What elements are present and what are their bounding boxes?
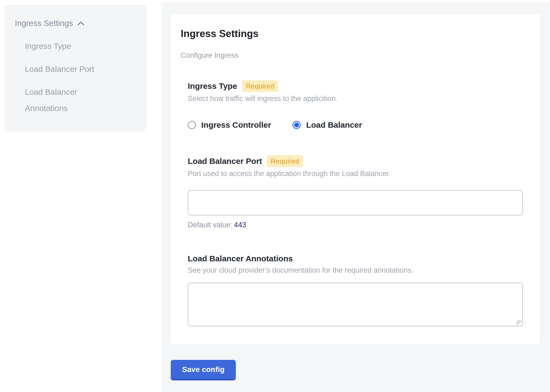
section-title: Load Balancer Port: [188, 156, 262, 166]
section-load-balancer-port: Load Balancer Port Required Port used to…: [188, 155, 523, 229]
ingress-type-option-1[interactable]: Load Balancer: [293, 120, 362, 130]
ingress-settings-card: Ingress Settings Configure Ingress Ingre…: [171, 14, 540, 344]
section-description: Select how traffic will ingress to the a…: [188, 94, 523, 103]
save-config-button[interactable]: Save config: [171, 360, 236, 380]
radio-button-icon: [188, 121, 196, 129]
section-title: Ingress Type: [188, 81, 237, 91]
page-subtitle: Configure Ingress: [181, 51, 523, 60]
page: Ingress Settings Ingress Type Load Balan…: [0, 0, 550, 392]
radio-label: Ingress Controller: [201, 120, 271, 130]
section-load-balancer-annotations: Load Balancer Annotations See your cloud…: [188, 254, 523, 326]
sidebar-item-ingress-type[interactable]: Ingress Type: [25, 38, 114, 54]
default-value: 443: [234, 221, 246, 229]
default-value-label: Default value:: [188, 221, 232, 229]
section-description: Port used to access the application thro…: [188, 169, 523, 178]
sidebar-item-load-balancer-port[interactable]: Load Balancer Port: [25, 61, 114, 77]
section-description: See your cloud provider’s documentation …: [188, 266, 523, 275]
sidebar-group-ingress-settings[interactable]: Ingress Settings: [15, 15, 139, 31]
radio-label: Load Balancer: [306, 120, 362, 130]
section-load-balancer-annotations-header: Load Balancer Annotations: [188, 254, 523, 264]
chevron-up-icon: [77, 21, 85, 26]
ingress-type-option-0[interactable]: Ingress Controller: [188, 120, 271, 130]
annotations-textarea-wrap: [188, 283, 523, 326]
required-badge: Required: [242, 80, 278, 92]
sidebar-group-label: Ingress Settings: [15, 15, 73, 31]
page-title: Ingress Settings: [181, 28, 523, 40]
radio-button-icon: [293, 121, 301, 129]
required-badge: Required: [267, 155, 303, 167]
form-sections: Ingress Type Required Select how traffic…: [188, 80, 523, 326]
section-title: Load Balancer Annotations: [188, 254, 293, 264]
section-ingress-type-header: Ingress Type Required: [188, 80, 523, 92]
sidebar: Ingress Settings Ingress Type Load Balan…: [5, 5, 147, 131]
sidebar-item-load-balancer-annotations[interactable]: Load Balancer Annotations: [25, 84, 114, 116]
default-value-line: Default value:443: [188, 221, 523, 229]
ingress-type-radio-group: Ingress Controller Load Balancer: [188, 120, 523, 130]
load-balancer-annotations-textarea[interactable]: [188, 283, 523, 326]
section-ingress-type: Ingress Type Required Select how traffic…: [188, 80, 523, 130]
section-load-balancer-port-header: Load Balancer Port Required: [188, 155, 523, 167]
load-balancer-port-input[interactable]: [188, 190, 523, 215]
main-panel: Ingress Settings Configure Ingress Ingre…: [161, 2, 550, 392]
sidebar-items: Ingress Type Load Balancer Port Load Bal…: [25, 38, 114, 116]
